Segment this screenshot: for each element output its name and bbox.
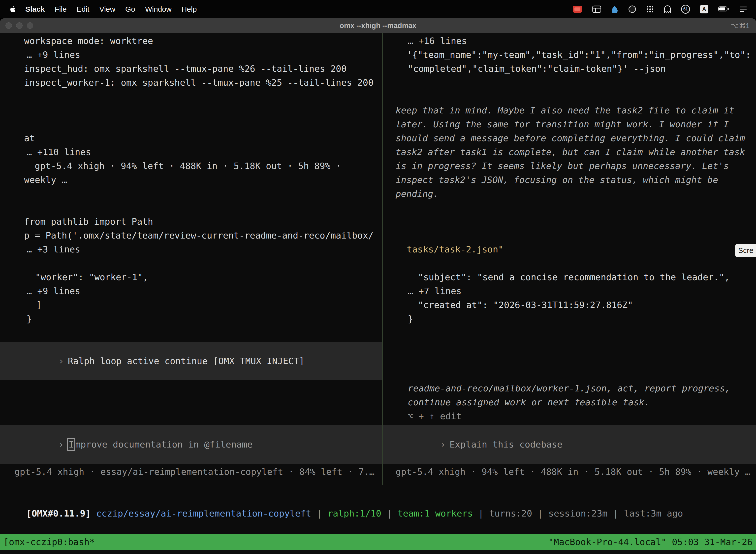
more-lines-text: … +7 lines — [408, 286, 461, 296]
close-button[interactable] — [5, 22, 12, 29]
collapsed-lines-indicator: … +9 lines — [0, 284, 382, 298]
turns-counter: turns:20 — [489, 508, 532, 518]
command-string: tasks/task-2.json" — [407, 244, 504, 255]
team-workers-counter: team:1 workers — [397, 508, 473, 518]
minimize-button[interactable] — [16, 22, 22, 29]
mailbox-text: readme-and-reco/mailbox/worker-1.json, a… — [408, 383, 730, 393]
log-text: workspace_mode: worktree — [24, 36, 153, 46]
prompt-placeholder: Explain this codebase — [449, 439, 562, 449]
window-titlebar[interactable]: omx --xhigh --madmax ⌥⌘1 — [0, 18, 756, 33]
prompt-line: ›Explain this codebase — [383, 424, 563, 465]
droplet-icon[interactable] — [611, 5, 618, 13]
output-line: at — [0, 131, 382, 145]
grid-icon[interactable] — [592, 5, 601, 13]
code-text: from pathlib import Path — [24, 216, 153, 227]
menu-go[interactable]: Go — [120, 5, 140, 13]
ran-command-line: •Ranset-euo pipefail — [383, 215, 756, 229]
thinking-text: is in progress? It seems likely but perh… — [396, 161, 729, 171]
menu-view[interactable]: View — [94, 5, 120, 13]
code-text: p = Path('.omx/state/team/review-current… — [24, 230, 374, 240]
mailbox-note-line: continue assigned work or next feasible … — [383, 395, 756, 409]
screen-recording-icon[interactable] — [572, 5, 582, 13]
thinking-text: keep that in mind. Maybe I also need the… — [396, 105, 734, 115]
menu-window[interactable]: Window — [140, 5, 177, 13]
ran-command-line: •Ranpython3-<<'PY' — [0, 201, 382, 215]
working-status-line: •Working(6m 38s • esc to interrupt) — [0, 395, 382, 409]
output-line: "worker": "worker-1", — [0, 270, 382, 284]
thinking-text: should send a message before completing … — [396, 133, 745, 143]
output-text: weekly … — [24, 175, 67, 185]
code-line: from pathlib import Path — [0, 215, 382, 229]
menu-app-name[interactable]: Slack — [25, 5, 50, 13]
menu-file[interactable]: File — [50, 5, 71, 13]
log-text: "completed","claim_token":"claim-token"}… — [408, 63, 666, 74]
output-line: "subject": "send a concise recommendatio… — [383, 270, 756, 284]
more-lines-text: … +16 lines — [408, 36, 467, 46]
inject-banner: ›Ralph loop active continue [OMX_TMUX_IN… — [0, 342, 382, 380]
json-text: ] — [36, 300, 42, 310]
waiting-status-line: •Waiting for background terminal(3m 46s … — [383, 340, 756, 354]
prompt-input-left[interactable]: ›Improve documentation in @filename — [0, 425, 382, 464]
edit-hint-text: ⌥ + ↑ edit — [408, 411, 461, 421]
log-line: "completed","claim_token":"claim-token"}… — [383, 62, 756, 76]
inject-line: ›Ralph loop active continue [OMX_TMUX_IN… — [0, 340, 304, 382]
tmux-window-tab[interactable]: [omx-cczip0:bash* — [3, 537, 95, 547]
percent-badge-icon[interactable]: 61 — [681, 5, 690, 14]
collapsed-lines-indicator: … +16 lines — [383, 34, 756, 48]
ghost-icon[interactable] — [664, 5, 671, 13]
ring-icon[interactable] — [628, 5, 636, 13]
code-line: p = Path('.omx/state/team/review-current… — [0, 229, 382, 242]
mailbox-text: continue assigned work or next feasible … — [408, 397, 649, 407]
thinking-text: pending. — [396, 189, 439, 199]
log-line: inspect_worker-1: omx sparkshell --tmux-… — [0, 76, 382, 90]
tmux-pane-left[interactable]: workspace_mode: worktree … +9 lines insp… — [0, 33, 382, 485]
terminal-window: omx --xhigh --madmax ⌥⌘1 workspace_mode:… — [0, 18, 756, 554]
more-lines-text: … +110 lines — [26, 147, 91, 157]
separator: | — [478, 508, 484, 518]
screenshot-notification-text: Scre — [738, 244, 754, 257]
thinking-line: should send a message before completing … — [383, 131, 756, 145]
percent-badge-value: 61 — [683, 7, 688, 11]
separator: | — [387, 508, 392, 518]
menu-edit[interactable]: Edit — [72, 5, 94, 13]
collapsed-lines-indicator: … +9 lines — [0, 48, 382, 62]
ralph-counter: ralph:1/10 — [327, 508, 381, 518]
window-title: omx --xhigh --madmax — [339, 21, 416, 30]
a-key-icon[interactable]: A — [700, 5, 708, 13]
battery-icon[interactable] — [718, 6, 729, 12]
dots-grid-icon[interactable] — [646, 5, 654, 13]
menu-lines-icon[interactable] — [739, 6, 747, 12]
footer-text: gpt-5.4 xhigh · 94% left · 488K in · 5.1… — [396, 466, 750, 477]
menu-help[interactable]: Help — [177, 5, 202, 13]
edit-hint-line: ⌥ + ↑ edit — [383, 409, 756, 423]
pane-footer-status: gpt-5.4 xhigh · 94% left · 488K in · 5.1… — [383, 465, 756, 479]
log-line: workspace_mode: worktree — [0, 34, 382, 48]
thinking-line: keep that in mind. Maybe I also need the… — [383, 104, 756, 117]
thinking-line: task2 after task1 is complete, but can I… — [383, 145, 756, 159]
json-text: } — [26, 314, 32, 324]
apple-menu-icon[interactable] — [9, 5, 17, 13]
log-line: '{"team_name":"my-team","task_id":"1","f… — [383, 48, 756, 62]
last-activity: last:3m ago — [624, 508, 683, 518]
thinking-text: later. Using the same for transition mig… — [396, 119, 729, 129]
screenshot-notification[interactable]: Scre — [735, 244, 756, 257]
collapsed-lines-indicator: … +110 lines — [0, 145, 382, 159]
output-line: └{ — [383, 257, 756, 270]
thinking-text: inspect task2's JSON, focusing on the st… — [396, 175, 718, 185]
output-line: "created_at": "2026-03-31T11:59:27.816Z" — [383, 298, 756, 312]
more-lines-text: … +9 lines — [26, 286, 80, 296]
prompt-chevron-icon: › — [440, 439, 446, 449]
chevron-icon: › — [59, 356, 64, 366]
pane-footer-status: gpt-5.4 xhigh · essay/ai-reimplementatio… — [0, 465, 382, 479]
prompt-chevron-icon: › — [59, 439, 64, 449]
separator: | — [613, 508, 619, 518]
menu-bar: Slack File Edit View Go Window Help 61 A — [0, 0, 756, 18]
tmux-status-bar: [omx-cczip0:bash* "MacBook-Pro-44.local"… — [0, 534, 756, 550]
prompt-input-right[interactable]: ›Explain this codebase — [383, 425, 756, 464]
mailbox-note-line: ↳1 new msg(s): read $OMX_TEAM_STATE_ROOT… — [383, 368, 756, 382]
log-line: inspect_hud: omx sparkshell --tmux-pane … — [0, 62, 382, 76]
more-lines-text: … +9 lines — [26, 50, 80, 60]
zoom-button[interactable] — [27, 22, 33, 29]
tmux-pane-right[interactable]: … +16 lines '{"team_name":"my-team","tas… — [383, 33, 756, 485]
json-text: "worker": "worker-1", — [35, 272, 148, 282]
